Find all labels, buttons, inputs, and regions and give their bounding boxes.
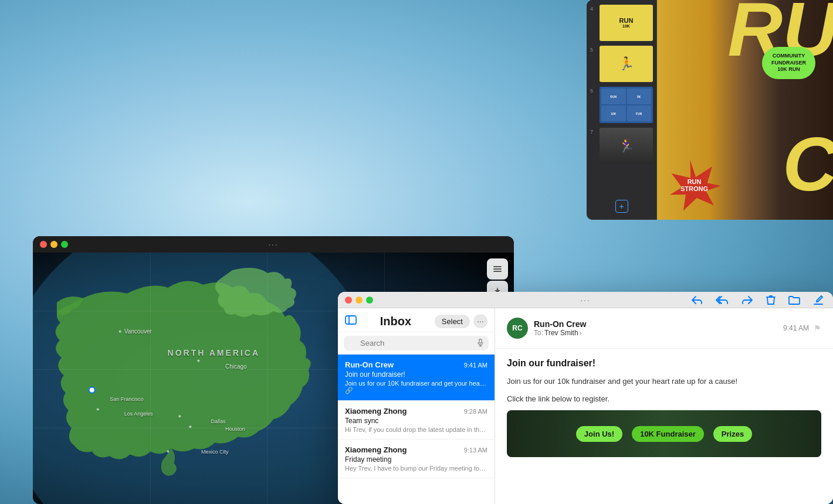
- join-us-badge: Join Us!: [576, 426, 622, 442]
- reply-all-button[interactable]: [716, 295, 729, 305]
- run-strong-badge: RUN STRONG: [669, 159, 720, 211]
- mail-subject-1: Join our fundraiser!: [345, 370, 487, 379]
- mail-detail-to-label: To:: [534, 329, 543, 337]
- maximize-window-button[interactable]: [61, 241, 68, 248]
- svg-rect-17: [346, 316, 356, 324]
- mail-subject-3: Friday meeting: [345, 455, 487, 464]
- three-dots-indicator: ···: [580, 295, 591, 305]
- mail-sender-3: Xiaomeng Zhong: [345, 445, 407, 454]
- sender-avatar: RC: [507, 318, 528, 339]
- mail-sender-2: Xiaomeng Zhong: [345, 407, 407, 416]
- keynote-slide-thumb-6[interactable]: 6 RUN 5K 10K FUN: [587, 84, 656, 125]
- keynote-slide-thumb-4[interactable]: 4 RUN 10K: [587, 2, 656, 43]
- keynote-slide-thumb-7[interactable]: 7 🏃‍♀️: [587, 125, 656, 166]
- mail-select-button[interactable]: Select: [435, 315, 470, 328]
- mail-time-2: 9:28 AM: [464, 408, 487, 415]
- prizes-badge: Prizes: [713, 426, 752, 442]
- map-style-button[interactable]: [487, 258, 508, 280]
- mail-time-1: 9:41 AM: [464, 362, 487, 369]
- keynote-window: 4 RUN 10K 5 🏃 6 RUN 5K: [587, 0, 833, 220]
- mic-icon: [477, 338, 484, 346]
- svg-point-7: [119, 331, 121, 333]
- slide-number-7: 7: [590, 129, 597, 135]
- mail-more-button[interactable]: ···: [473, 314, 487, 328]
- keynote-canvas: RU C RUN STRONG COMMUNITY FUNDRAISER 10K…: [657, 0, 833, 220]
- ten-k-fundraiser-badge: 10K Fundraiser: [632, 426, 704, 442]
- compose-icon: [813, 295, 824, 305]
- mail-time-3: 9:13 AM: [464, 447, 487, 454]
- mail-sender-1: Run-On Crew: [345, 360, 394, 369]
- keynote-slide-panel: 4 RUN 10K 5 🏃 6 RUN 5K: [587, 0, 657, 220]
- compose-button[interactable]: [813, 295, 824, 305]
- map-style-icon: [492, 264, 503, 274]
- mail-search-area: [338, 332, 495, 355]
- chevron-right-icon: ›: [580, 329, 582, 337]
- forward-icon: [741, 295, 753, 305]
- reply-button[interactable]: [691, 295, 703, 305]
- slide-thumbnail-6: RUN 5K 10K FUN: [600, 87, 653, 123]
- mail-minimize-button[interactable]: [355, 297, 363, 304]
- close-window-button[interactable]: [40, 241, 47, 248]
- mail-window: ···: [338, 292, 833, 504]
- svg-point-13: [167, 450, 169, 452]
- mail-list-item-1[interactable]: Run-On Crew 9:41 AM Join our fundraiser!…: [338, 355, 495, 401]
- microphone-icon[interactable]: [477, 338, 484, 348]
- folder-button[interactable]: [788, 295, 800, 305]
- mail-titlebar: ···: [338, 292, 833, 308]
- mail-list-item-3[interactable]: Xiaomeng Zhong 9:13 AM Friday meeting He…: [338, 440, 495, 478]
- mail-sender-info: RC Run-On Crew To: Trev Smith ›: [507, 318, 586, 339]
- svg-rect-15: [493, 268, 502, 270]
- mail-search-input[interactable]: [344, 336, 489, 350]
- poster-c-letter: C: [783, 126, 833, 202]
- slide-thumbnail-7: 🏃‍♀️: [600, 128, 653, 164]
- svg-point-12: [189, 425, 191, 428]
- trash-icon: [766, 295, 776, 305]
- mail-preview-2: Hi Trev, if you could drop the latest up…: [345, 426, 487, 433]
- sidebar-icon: [345, 315, 357, 325]
- window-traffic-lights: [40, 241, 68, 248]
- mail-detail-pane: RC Run-On Crew To: Trev Smith › 9:41 AM: [495, 308, 833, 504]
- mail-list-pane: Inbox Select ···: [338, 308, 495, 504]
- mail-preview-3: Hey Trev, I have to bump our Friday meet…: [345, 465, 487, 472]
- svg-point-8: [197, 360, 199, 362]
- mail-list-item-2[interactable]: Xiaomeng Zhong 9:28 AM Team sync Hi Trev…: [338, 401, 495, 440]
- mail-list-header: Inbox Select ···: [338, 308, 495, 332]
- mail-attachment-icon: 🔗: [345, 387, 487, 394]
- mail-detail-subject: Join our fundraiser!: [507, 358, 821, 369]
- maps-title-area: ···: [268, 240, 279, 249]
- slide-number-5: 5: [590, 47, 597, 53]
- mail-detail-to-name: Trev Smith: [544, 329, 578, 337]
- mail-detail-body-line1: Join us for our 10k fundraiser and get y…: [507, 376, 821, 387]
- keynote-slide-thumb-5[interactable]: 5 🏃: [587, 43, 656, 84]
- folder-icon: [788, 295, 800, 305]
- mail-detail-body: Join our fundraiser! Join us for our 10k…: [495, 349, 833, 504]
- slide-number-4: 4: [590, 6, 597, 12]
- mail-subject-2: Team sync: [345, 417, 487, 425]
- sidebar-toggle-button[interactable]: [345, 315, 357, 328]
- slide-thumbnail-5: 🏃: [600, 46, 653, 82]
- reply-all-icon: [716, 295, 729, 305]
- svg-rect-16: [493, 271, 502, 272]
- mail-window-traffic-lights: [345, 297, 373, 304]
- ellipsis-icon: ···: [477, 316, 484, 326]
- mail-close-button[interactable]: [345, 297, 352, 304]
- forward-button[interactable]: [741, 295, 753, 305]
- minimize-window-button[interactable]: [50, 241, 57, 248]
- reply-icon: [691, 295, 703, 305]
- inbox-title: Inbox: [380, 315, 411, 328]
- mail-body: Inbox Select ···: [338, 308, 833, 504]
- mail-detail-header: RC Run-On Crew To: Trev Smith › 9:41 AM: [495, 308, 833, 349]
- mail-preview-1: Join us for our 10K fundraiser and get y…: [345, 380, 487, 387]
- svg-point-10: [97, 408, 99, 410]
- svg-point-11: [178, 415, 181, 417]
- mail-detail-sender-name: Run-On Crew: [534, 319, 586, 329]
- fundraiser-image: Join Us! 10K Fundraiser Prizes: [507, 410, 821, 457]
- mail-detail-body-line2: Click the link below to register.: [507, 393, 821, 405]
- flag-icon[interactable]: ⚑: [814, 323, 821, 333]
- maps-titlebar: ···: [33, 236, 514, 253]
- trash-button[interactable]: [766, 295, 776, 305]
- add-slide-button[interactable]: +: [615, 200, 628, 213]
- plus-icon: +: [619, 202, 624, 211]
- slide-number-6: 6: [590, 88, 597, 94]
- mail-maximize-button[interactable]: [366, 297, 373, 304]
